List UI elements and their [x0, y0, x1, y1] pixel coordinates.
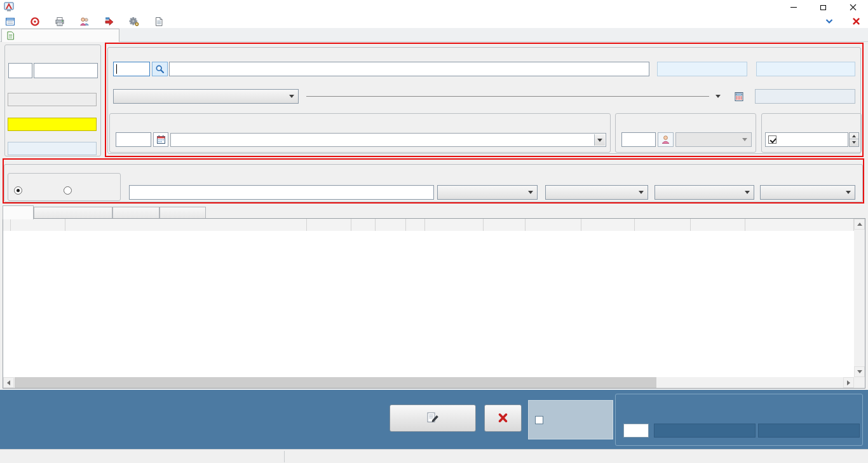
column-header[interactable]	[484, 219, 526, 231]
tab-pagamentos[interactable]	[159, 207, 206, 219]
text-caret	[116, 64, 117, 74]
chevron-down-icon	[742, 138, 747, 141]
plano-combo-arrow-button[interactable]	[594, 134, 605, 146]
plano-calendar-button[interactable]	[153, 132, 168, 147]
spinner-down-button[interactable]	[850, 139, 858, 146]
endereco-combo[interactable]	[305, 89, 726, 104]
chevron-down-icon	[639, 191, 644, 194]
scroll-left-button[interactable]	[3, 377, 14, 388]
plano-combo[interactable]	[170, 133, 606, 147]
menu-movimentacao[interactable]	[30, 17, 43, 27]
main-area	[0, 42, 868, 390]
toolbar	[0, 15, 868, 28]
plano-codigo-input[interactable]	[116, 132, 151, 147]
statusbar-divider	[284, 451, 285, 462]
vendedor-search-button[interactable]	[658, 132, 674, 147]
numero-input[interactable]	[34, 63, 98, 78]
vertical-scrollbar[interactable]	[854, 219, 865, 377]
menu-arquivos-fiscais[interactable]	[154, 17, 167, 27]
search-client-button[interactable]	[152, 62, 168, 76]
scroll-up-button[interactable]	[854, 219, 865, 230]
monitoramento-icon	[79, 17, 90, 27]
abas-chevron-icon[interactable]	[825, 18, 833, 24]
endereco-calc-button[interactable]	[731, 89, 747, 104]
autorizado-combo[interactable]	[113, 89, 299, 104]
tab-itens[interactable]	[3, 205, 34, 219]
chevron-right-icon	[847, 380, 850, 385]
person-icon	[661, 135, 670, 144]
usuario-field[interactable]	[8, 142, 97, 155]
column-header[interactable]	[691, 219, 745, 231]
cadastro-icon	[5, 17, 15, 27]
tab-transporte[interactable]	[112, 207, 159, 219]
total-itens-field	[654, 424, 756, 438]
scroll-right-button[interactable]	[843, 377, 854, 388]
exibir-detalhes-panel	[528, 400, 613, 439]
column-header[interactable]	[425, 219, 484, 231]
menu-utilitarios[interactable]	[129, 17, 142, 27]
chevron-left-icon	[7, 380, 10, 385]
spinner-up-button[interactable]	[850, 133, 858, 139]
nfe-tab-icon	[6, 31, 15, 40]
row-indicator-header	[3, 219, 11, 231]
chevron-down-icon	[846, 191, 851, 194]
menu-relatorios[interactable]	[55, 17, 68, 27]
column-header[interactable]	[526, 219, 581, 231]
arquivos-fiscais-icon	[154, 17, 164, 27]
scroll-down-button[interactable]	[854, 366, 865, 377]
calendar-icon	[156, 135, 166, 144]
consumidor-combo[interactable]	[760, 185, 855, 200]
radio-entrada[interactable]	[64, 186, 72, 195]
valor-total-field	[758, 424, 860, 438]
vendedor-combo[interactable]	[675, 132, 752, 147]
app-icon	[4, 2, 14, 12]
atendimento-combo[interactable]	[545, 185, 648, 200]
atualizacao-icon	[104, 17, 114, 27]
finalidade-combo[interactable]	[654, 185, 754, 200]
emitida-field	[8, 93, 97, 106]
natureza-input[interactable]	[129, 185, 434, 200]
column-header[interactable]	[745, 219, 854, 231]
vendedor-codigo-input[interactable]	[621, 132, 656, 147]
column-header[interactable]	[351, 219, 376, 231]
chevron-down-icon	[852, 141, 856, 144]
exibir-detalhes-checkbox[interactable]	[535, 416, 543, 424]
column-header[interactable]	[11, 219, 65, 231]
column-header[interactable]	[376, 219, 406, 231]
menu-atualizacao[interactable]	[104, 17, 118, 27]
time-spinner[interactable]	[849, 132, 859, 147]
telefone-field[interactable]	[756, 62, 855, 76]
column-header[interactable]	[635, 219, 691, 231]
scrollbar-corner	[854, 377, 865, 388]
close-tab-icon[interactable]	[852, 17, 860, 25]
close-button[interactable]	[837, 0, 868, 15]
nome-input[interactable]	[169, 62, 649, 76]
chevron-up-icon	[852, 135, 856, 137]
tab-informacoes-adicionais[interactable]	[34, 207, 112, 219]
codigo-input[interactable]	[113, 62, 150, 76]
items-table	[3, 218, 865, 389]
serie-input[interactable]	[8, 63, 32, 78]
items-table-body[interactable]	[3, 231, 854, 377]
pre-venda-button[interactable]	[390, 404, 476, 432]
radio-saida[interactable]	[14, 186, 22, 195]
maximize-button[interactable]	[808, 0, 837, 15]
menu-cadastro[interactable]	[5, 17, 18, 27]
column-header[interactable]	[406, 219, 425, 231]
relatorios-icon	[55, 17, 65, 27]
horizontal-scroll-thumb[interactable]	[15, 377, 656, 388]
chevron-down-icon	[857, 370, 862, 373]
menu-monitoramento[interactable]	[79, 17, 93, 27]
cancelar-button[interactable]	[484, 404, 522, 432]
column-header[interactable]	[65, 219, 307, 231]
column-header[interactable]	[581, 219, 635, 231]
destino-combo[interactable]	[437, 185, 538, 200]
horizontal-scrollbar[interactable]	[3, 377, 854, 388]
chevron-down-icon	[289, 95, 294, 98]
tab-nfe[interactable]	[1, 29, 119, 42]
column-header[interactable]	[307, 219, 351, 231]
data-hora-field[interactable]	[765, 132, 848, 147]
movimentacao-icon	[30, 17, 40, 27]
minimize-button[interactable]	[779, 0, 808, 15]
saida-checkbox[interactable]	[768, 135, 776, 144]
